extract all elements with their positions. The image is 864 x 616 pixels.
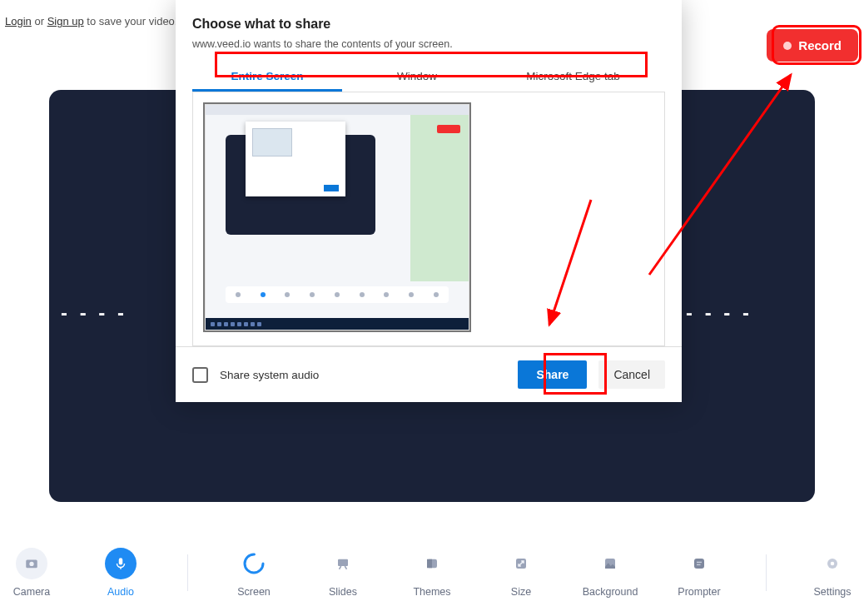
toolbar-settings-label: Settings: [813, 586, 851, 598]
share-button[interactable]: Share: [518, 360, 587, 389]
camera-icon: [16, 548, 47, 579]
preview-area: [192, 92, 665, 346]
toolbar-prompter-label: Prompter: [678, 586, 720, 598]
tab-entire-screen[interactable]: Entire Screen: [192, 63, 342, 92]
screen-thumbnail[interactable]: [205, 104, 469, 330]
canvas-dashes-left: - - - -: [61, 301, 127, 325]
svg-rect-15: [697, 561, 702, 562]
prompter-icon: [683, 548, 715, 579]
svg-line-9: [345, 566, 346, 569]
thumbnail-content: [206, 105, 469, 330]
cancel-button[interactable]: Cancel: [598, 360, 665, 389]
auth-hint: Login or Sign up to save your video!: [5, 15, 177, 27]
toolbar-prompter[interactable]: Prompter: [677, 548, 722, 598]
record-dot-icon: [783, 42, 792, 50]
toolbar-themes[interactable]: Themes: [410, 548, 455, 598]
record-button[interactable]: Record: [767, 29, 858, 62]
signup-link[interactable]: Sign up: [47, 15, 84, 27]
dialog-title: Choose what to share: [192, 17, 665, 32]
save-hint-text: to save your video!: [87, 15, 177, 27]
svg-point-18: [831, 561, 835, 565]
dialog-subtitle: www.veed.io wants to share the contents …: [192, 38, 665, 50]
size-icon: [505, 548, 537, 579]
toolbar-separator: [187, 554, 188, 591]
toolbar-background[interactable]: Background: [588, 548, 633, 598]
toolbar-background-label: Background: [583, 586, 638, 598]
toolbar-separator-2: [766, 554, 767, 591]
toolbar-slides[interactable]: Slides: [320, 548, 366, 598]
gear-icon: [817, 548, 848, 579]
toolbar-size[interactable]: Size: [499, 548, 544, 598]
toolbar-settings[interactable]: Settings: [810, 548, 856, 598]
toolbar-screen-label: Screen: [237, 586, 271, 598]
svg-point-6: [245, 554, 263, 573]
themes-icon: [416, 548, 448, 579]
svg-rect-11: [427, 559, 432, 568]
toolbar-size-label: Size: [511, 586, 531, 598]
bottom-toolbar: Camera Audio Screen Slides Themes Size: [0, 537, 864, 608]
svg-rect-4: [119, 558, 123, 564]
svg-rect-16: [697, 564, 701, 564]
screen-icon: [238, 548, 270, 579]
share-audio-label: Share system audio: [220, 369, 506, 381]
record-label: Record: [798, 38, 842, 52]
mic-icon: [105, 548, 137, 579]
share-dialog: Choose what to share www.veed.io wants t…: [176, 0, 682, 402]
background-icon: [594, 548, 626, 579]
svg-rect-7: [338, 559, 348, 565]
slides-icon: [327, 548, 359, 579]
share-tabs: Entire Screen Window Microsoft Edge tab: [192, 63, 665, 92]
tab-window[interactable]: Window: [342, 63, 492, 92]
toolbar-camera[interactable]: Camera: [9, 548, 55, 598]
svg-line-8: [340, 566, 341, 569]
tab-edge[interactable]: Microsoft Edge tab: [492, 63, 654, 92]
toolbar-audio[interactable]: Audio: [98, 548, 144, 598]
toolbar-slides-label: Slides: [329, 586, 357, 598]
share-audio-checkbox[interactable]: [192, 367, 208, 383]
svg-rect-14: [694, 559, 704, 569]
toolbar-themes-label: Themes: [413, 586, 450, 598]
toolbar-camera-label: Camera: [13, 586, 50, 598]
login-link[interactable]: Login: [5, 15, 32, 27]
canvas-dashes-right: - - - -: [686, 301, 752, 325]
toolbar-audio-label: Audio: [107, 586, 134, 598]
or-text: or: [34, 15, 44, 27]
toolbar-screen[interactable]: Screen: [231, 548, 277, 598]
svg-point-3: [29, 561, 33, 565]
